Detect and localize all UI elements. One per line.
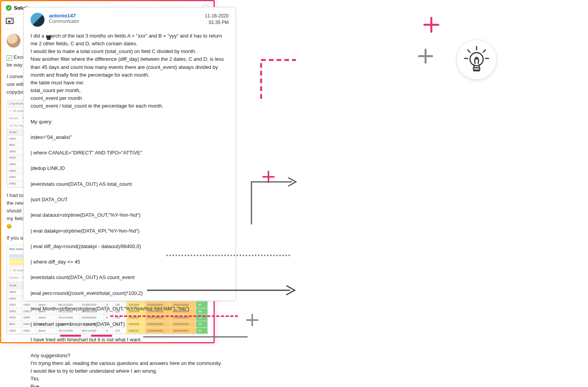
question-post: antonio147 Communicator 11-16-2020 01:35… [23,7,236,301]
image-icon[interactable] [6,18,14,24]
plus-icon [246,313,259,327]
plus-icon [423,16,440,33]
pink-bar [60,335,81,337]
question-header: antonio147 Communicator 11-16-2020 01:35… [31,13,229,27]
dotted-divider [166,255,290,256]
timestamp: 11-16-2020 01:35 PM [205,13,229,27]
idea-lightbulb-icon [456,39,497,80]
svg-line-12 [468,50,470,52]
pink-bar [91,335,112,337]
smile-icon [7,224,12,229]
svg-rect-17 [473,68,480,70]
check-icon: ✓ [6,5,12,11]
author-link[interactable]: antonio147 [49,13,205,19]
svg-point-16 [470,53,483,66]
dashed-divider [110,315,238,317]
svg-line-13 [483,50,485,52]
avatar[interactable] [31,13,44,27]
avatar[interactable] [7,34,21,48]
checkbox-icon: ✓ [7,55,12,61]
plus-icon [262,170,275,183]
plus-icon [418,48,433,64]
dashed-connector [236,50,298,101]
author-role: Communicator [49,19,205,24]
solid-divider [143,336,248,337]
question-body: I did a search of the last 3 months on f… [31,32,229,387]
